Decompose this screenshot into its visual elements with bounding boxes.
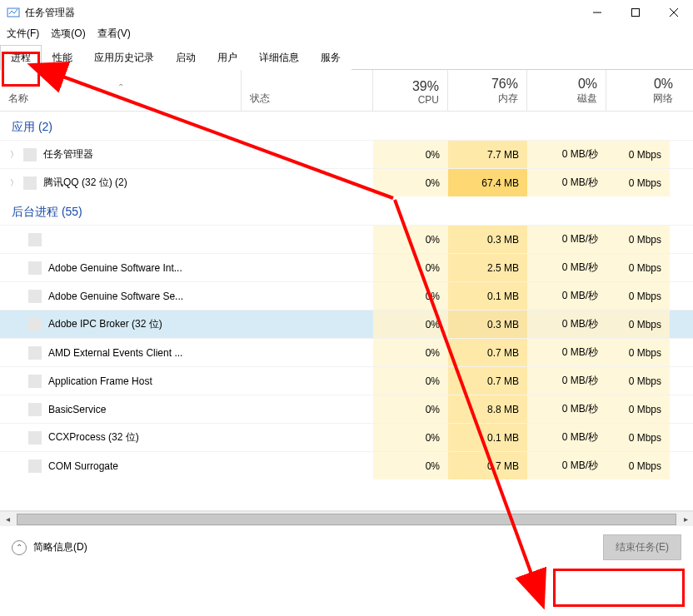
- disk-cell: 0 MB/秒: [562, 345, 598, 360]
- tab-startup[interactable]: 启动: [165, 45, 207, 70]
- process-row[interactable]: 0% 0.3 MB 0 MB/秒 0 Mbps: [0, 225, 693, 253]
- cpu-cell: 0%: [426, 404, 440, 415]
- mem-cell: 2.5 MB: [487, 262, 519, 274]
- mem-cell: 0.7 MB: [487, 375, 519, 387]
- menu-view[interactable]: 查看(V): [97, 27, 131, 41]
- process-icon: [28, 233, 42, 246]
- process-row[interactable]: COM Surrogate 0% 0.7 MB 0 MB/秒 0 Mbps: [0, 451, 693, 479]
- cpu-cell: 0%: [426, 177, 440, 189]
- col-cpu[interactable]: 39% CPU: [373, 70, 448, 111]
- process-row[interactable]: 〉 腾讯QQ (32 位) (2) 0% 67.4 MB 0 MB/秒 0 Mb…: [0, 168, 693, 196]
- mem-cell: 7.7 MB: [487, 149, 519, 161]
- col-state[interactable]: 状态: [242, 70, 373, 111]
- scroll-thumb[interactable]: [17, 514, 676, 525]
- col-name-label: 名称: [8, 92, 232, 106]
- svg-rect-2: [632, 9, 640, 17]
- col-name[interactable]: ⌃ 名称: [0, 70, 242, 111]
- process-row[interactable]: Application Frame Host 0% 0.7 MB 0 MB/秒 …: [0, 366, 693, 395]
- process-icon: [28, 290, 42, 303]
- titlebar: 任务管理器: [0, 0, 693, 25]
- process-row[interactable]: 〉 任务管理器 0% 7.7 MB 0 MB/秒 0 Mbps: [0, 140, 693, 168]
- scroll-right-icon[interactable]: ▸: [678, 512, 693, 527]
- process-name: AMD External Events Client ...: [48, 347, 182, 359]
- net-cell: 0 Mbps: [629, 262, 661, 274]
- disk-cell: 0 MB/秒: [562, 317, 598, 331]
- menu-options[interactable]: 选项(O): [51, 27, 85, 41]
- mem-cell: 8.8 MB: [487, 404, 519, 415]
- chevron-up-icon: ⌃: [12, 540, 27, 555]
- disk-cell: 0 MB/秒: [562, 289, 598, 303]
- tab-details[interactable]: 详细信息: [248, 45, 310, 70]
- process-row[interactable]: BasicService 0% 8.8 MB 0 MB/秒 0 Mbps: [0, 395, 693, 423]
- disk-total-pct: 0%: [536, 77, 597, 92]
- process-row[interactable]: AMD External Events Client ... 0% 0.7 MB…: [0, 338, 693, 366]
- expand-icon[interactable]: 〉: [8, 149, 20, 161]
- process-icon: [23, 176, 37, 190]
- cpu-cell: 0%: [426, 319, 440, 330]
- minimize-button[interactable]: [578, 0, 616, 25]
- process-icon: [28, 460, 42, 473]
- net-total-pct: 0%: [615, 77, 673, 92]
- col-disk[interactable]: 0% 磁盘: [527, 70, 606, 111]
- disk-cell: 0 MB/秒: [562, 176, 598, 190]
- process-name: 腾讯QQ (32 位) (2): [43, 176, 127, 190]
- process-name: Adobe IPC Broker (32 位): [48, 317, 162, 331]
- disk-cell: 0 MB/秒: [562, 261, 598, 275]
- end-task-button[interactable]: 结束任务(E): [603, 534, 681, 560]
- net-cell: 0 Mbps: [629, 347, 661, 359]
- tab-app-history[interactable]: 应用历史记录: [83, 45, 165, 70]
- sort-indicator-icon: ⌃: [8, 82, 232, 92]
- process-row[interactable]: Adobe Genuine Software Int... 0% 2.5 MB …: [0, 253, 693, 281]
- fewer-details-button[interactable]: ⌃ 简略信息(D): [12, 540, 87, 555]
- cpu-cell: 0%: [426, 234, 440, 246]
- expand-icon[interactable]: 〉: [8, 177, 20, 189]
- col-memory-label: 内存: [456, 92, 518, 106]
- mem-cell: 0.1 MB: [487, 432, 519, 444]
- horizontal-scrollbar[interactable]: ◂ ▸: [0, 511, 693, 526]
- process-name: Adobe Genuine Software Int...: [48, 262, 182, 274]
- col-cpu-label: CPU: [381, 94, 439, 106]
- mem-cell: 0.3 MB: [487, 319, 519, 330]
- tab-users[interactable]: 用户: [207, 45, 248, 70]
- net-cell: 0 Mbps: [629, 460, 661, 472]
- process-icon: [23, 148, 37, 161]
- disk-cell: 0 MB/秒: [562, 459, 598, 473]
- mem-cell: 67.4 MB: [481, 177, 519, 189]
- cpu-cell: 0%: [426, 262, 440, 274]
- cpu-cell: 0%: [426, 291, 440, 302]
- process-list[interactable]: 应用 (2) 〉 任务管理器 0% 7.7 MB 0 MB/秒 0 Mbps 〉…: [0, 112, 693, 511]
- col-network[interactable]: 0% 网络: [606, 70, 681, 111]
- net-cell: 0 Mbps: [629, 404, 661, 415]
- col-disk-label: 磁盘: [536, 92, 597, 106]
- window-title: 任务管理器: [25, 6, 578, 20]
- maximize-button[interactable]: [616, 0, 655, 25]
- net-cell: 0 Mbps: [629, 375, 661, 387]
- disk-cell: 0 MB/秒: [562, 147, 598, 161]
- disk-cell: 0 MB/秒: [562, 232, 598, 246]
- mem-cell: 0.7 MB: [487, 460, 519, 472]
- col-memory[interactable]: 76% 内存: [448, 70, 527, 111]
- process-row[interactable]: CCXProcess (32 位) 0% 0.1 MB 0 MB/秒 0 Mbp…: [0, 423, 693, 451]
- tab-services[interactable]: 服务: [310, 45, 351, 70]
- footer: ⌃ 简略信息(D) 结束任务(E): [0, 526, 693, 569]
- menu-file[interactable]: 文件(F): [7, 27, 39, 41]
- scroll-left-icon[interactable]: ◂: [0, 512, 15, 527]
- tabbar: 进程 性能 应用历史记录 启动 用户 详细信息 服务: [0, 44, 693, 70]
- process-row[interactable]: Adobe Genuine Software Se... 0% 0.1 MB 0…: [0, 281, 693, 310]
- cpu-cell: 0%: [426, 375, 440, 387]
- tab-processes[interactable]: 进程: [0, 45, 42, 70]
- process-icon: [28, 375, 42, 388]
- close-button[interactable]: [655, 0, 693, 25]
- app-icon: [7, 6, 20, 19]
- tab-performance[interactable]: 性能: [42, 45, 83, 70]
- cpu-total-pct: 39%: [381, 79, 439, 94]
- disk-cell: 0 MB/秒: [562, 374, 598, 388]
- process-name: Adobe Genuine Software Se...: [48, 291, 183, 302]
- process-row[interactable]: Adobe IPC Broker (32 位) 0% 0.3 MB 0 MB/秒…: [0, 310, 693, 338]
- process-name: COM Surrogate: [48, 460, 118, 472]
- net-cell: 0 Mbps: [629, 149, 661, 161]
- group-apps: 应用 (2): [0, 112, 693, 140]
- cpu-cell: 0%: [426, 460, 440, 472]
- mem-cell: 0.3 MB: [487, 234, 519, 246]
- process-name: Application Frame Host: [48, 375, 152, 387]
